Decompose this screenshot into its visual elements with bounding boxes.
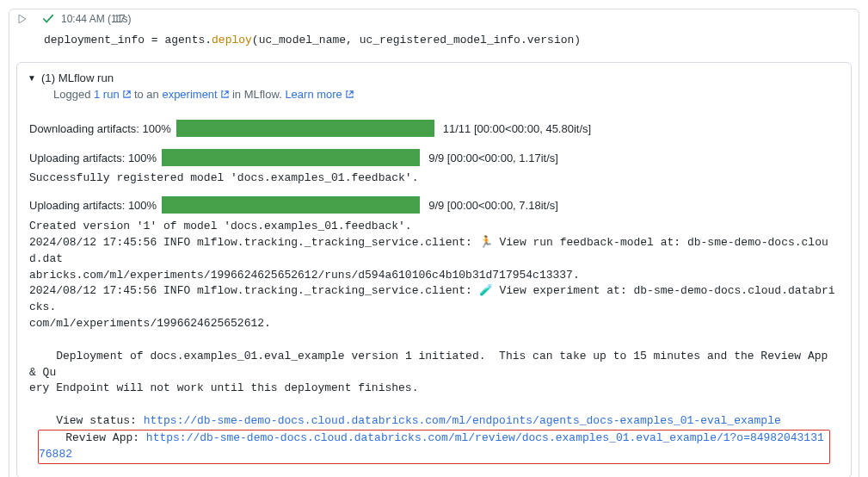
success-icon bbox=[42, 13, 54, 25]
progress-stats: 9/9 [00:00<00:00, 7.18it/s] bbox=[428, 199, 558, 212]
external-link-icon bbox=[345, 88, 354, 96]
progress-row-upload-1: Uploading artifacts: 100% 9/9 [00:00<00:… bbox=[17, 147, 851, 168]
progress-row-upload-2: Uploading artifacts: 100% 9/9 [00:00<00:… bbox=[17, 188, 851, 215]
progress-row-download: Downloading artifacts: 100% 11/11 [00:00… bbox=[17, 111, 851, 139]
external-link-icon bbox=[220, 88, 229, 96]
learn-more-link[interactable]: Learn more bbox=[285, 88, 354, 101]
notebook-cell: 10:44 AM (11s) 17 deployment_info = agen… bbox=[9, 9, 859, 477]
chevron-down-icon: ▼ bbox=[28, 73, 36, 83]
cell-number: 17 bbox=[114, 13, 125, 25]
status-url-link[interactable]: https://db-sme-demo-docs.cloud.databrick… bbox=[144, 414, 781, 427]
log-output: Created version '1' of model 'docs.examp… bbox=[17, 215, 851, 477]
progress-stats: 9/9 [00:00<00:00, 1.17it/s] bbox=[428, 152, 558, 164]
progress-label: Uploading artifacts: 100% bbox=[29, 199, 157, 212]
mlflow-collapse-toggle[interactable]: ▼ (1) MLflow run bbox=[28, 71, 840, 84]
output-text: Successfully registered model 'docs.exam… bbox=[17, 168, 851, 188]
progress-label: Downloading artifacts: 100% bbox=[29, 122, 171, 135]
progress-bar bbox=[176, 120, 434, 137]
mlflow-experiment-link[interactable]: experiment bbox=[162, 88, 229, 101]
external-link-icon bbox=[122, 88, 131, 96]
code-line[interactable]: deployment_info = agents.deploy(uc_model… bbox=[9, 28, 859, 59]
cell-header: 10:44 AM (11s) 17 bbox=[9, 9, 859, 28]
mlflow-logged-text: Logged 1 run to an experiment in MLflow.… bbox=[28, 84, 840, 108]
review-app-url-link[interactable]: https://db-sme-demo-docs.cloud.databrick… bbox=[39, 431, 824, 461]
progress-bar bbox=[162, 196, 420, 214]
progress-stats: 11/11 [00:00<00:00, 45.80it/s] bbox=[443, 122, 591, 135]
review-app-highlight: Review App: https://db-sme-demo-docs.clo… bbox=[38, 430, 830, 464]
progress-bar bbox=[162, 149, 420, 166]
progress-label: Uploading artifacts: 100% bbox=[29, 152, 157, 164]
mlflow-run-title: (1) MLflow run bbox=[41, 71, 114, 84]
run-button[interactable] bbox=[18, 15, 27, 23]
mlflow-run-link[interactable]: 1 run bbox=[94, 88, 131, 101]
output-panel: ▼ (1) MLflow run Logged 1 run to an expe… bbox=[16, 62, 852, 477]
